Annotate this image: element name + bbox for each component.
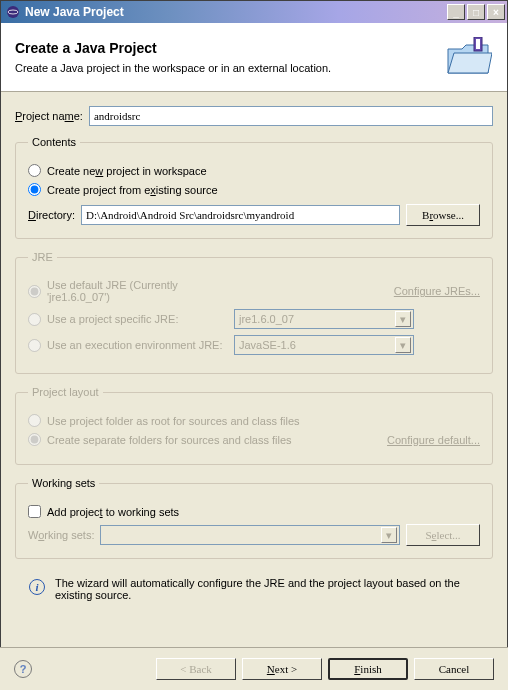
radio-layout-root (28, 414, 41, 427)
banner-heading: Create a Java Project (15, 40, 445, 56)
radio-existing[interactable] (28, 183, 41, 196)
close-button[interactable]: × (487, 4, 505, 20)
working-sets-group: Working sets Add project to working sets… (15, 477, 493, 559)
directory-input[interactable] (81, 205, 400, 225)
banner-subheading: Create a Java project in the workspace o… (15, 62, 445, 74)
folder-java-icon (445, 33, 493, 81)
radio-layout-separate-label: Create separate folders for sources and … (47, 434, 292, 446)
info-message: The wizard will automatically configure … (55, 577, 479, 601)
back-button: < Back (156, 658, 236, 680)
radio-jre-default-label: Use default JRE (Currently 'jre1.6.0_07'… (47, 279, 228, 303)
working-sets-legend: Working sets (28, 477, 99, 489)
info-message-row: i The wizard will automatically configur… (15, 571, 493, 607)
layout-legend: Project layout (28, 386, 103, 398)
working-sets-combo: ▾ (100, 525, 400, 545)
configure-jres-link: Configure JREs... (394, 285, 480, 297)
radio-existing-label: Create project from existing source (47, 184, 218, 196)
select-working-sets-button: Select... (406, 524, 480, 546)
footer: ? < Back Next > Finish Cancel (0, 647, 508, 690)
project-name-label: Project name: (15, 110, 83, 122)
minimize-button[interactable]: _ (447, 4, 465, 20)
radio-jre-env (28, 339, 41, 352)
banner: Create a Java Project Create a Java proj… (1, 23, 507, 92)
radio-workspace-label: Create new project in workspace (47, 165, 207, 177)
chevron-down-icon: ▾ (395, 311, 411, 327)
layout-group: Project layout Use project folder as roo… (15, 386, 493, 465)
jre-legend: JRE (28, 251, 57, 263)
directory-label: Directory: (28, 209, 75, 221)
radio-jre-specific (28, 313, 41, 326)
project-name-input[interactable] (89, 106, 493, 126)
add-working-sets-checkbox[interactable] (28, 505, 41, 518)
radio-layout-root-label: Use project folder as root for sources a… (47, 415, 300, 427)
radio-workspace[interactable] (28, 164, 41, 177)
add-working-sets-label: Add project to working sets (47, 506, 179, 518)
jre-specific-combo: jre1.6.0_07 ▾ (234, 309, 414, 329)
chevron-down-icon: ▾ (395, 337, 411, 353)
titlebar: New Java Project _ □ × (1, 1, 507, 23)
cancel-button[interactable]: Cancel (414, 658, 494, 680)
svg-point-0 (7, 6, 19, 18)
working-sets-label: Working sets: (28, 529, 94, 541)
configure-default-link: Configure default... (387, 434, 480, 446)
info-icon: i (29, 579, 45, 595)
radio-jre-env-label: Use an execution environment JRE: (47, 339, 222, 351)
maximize-button[interactable]: □ (467, 4, 485, 20)
next-button[interactable]: Next > (242, 658, 322, 680)
window-title: New Java Project (25, 5, 447, 19)
eclipse-icon (5, 4, 21, 20)
svg-rect-5 (476, 39, 480, 49)
finish-button[interactable]: Finish (328, 658, 408, 680)
radio-jre-default (28, 285, 41, 298)
jre-group: JRE Use default JRE (Currently 'jre1.6.0… (15, 251, 493, 374)
svg-marker-3 (448, 53, 492, 73)
chevron-down-icon: ▾ (381, 527, 397, 543)
browse-button[interactable]: Browse... (406, 204, 480, 226)
jre-env-combo: JavaSE-1.6 ▾ (234, 335, 414, 355)
contents-legend: Contents (28, 136, 80, 148)
contents-group: Contents Create new project in workspace… (15, 136, 493, 239)
radio-layout-separate (28, 433, 41, 446)
help-button[interactable]: ? (14, 660, 32, 678)
radio-jre-specific-label: Use a project specific JRE: (47, 313, 178, 325)
